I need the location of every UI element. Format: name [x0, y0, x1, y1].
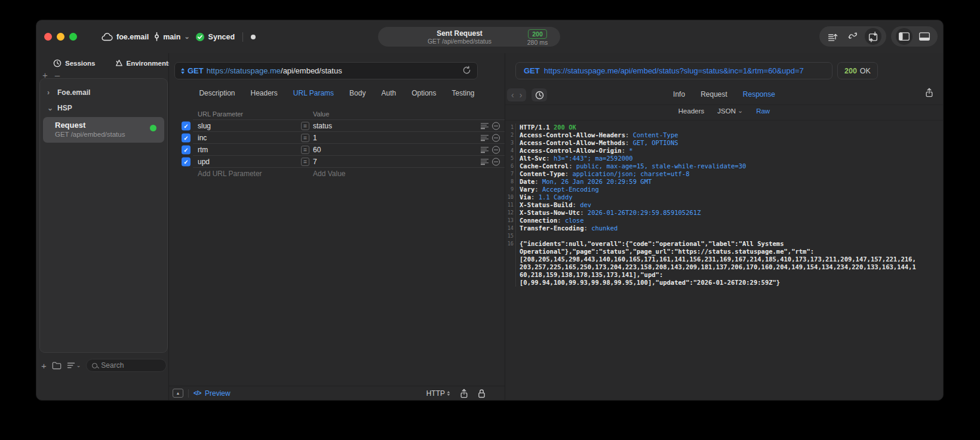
param-checkbox[interactable]: ✓ [182, 134, 191, 143]
branch-menu[interactable]: main ⌄ [154, 32, 189, 41]
request-status-capsule[interactable]: Sent Request GET /api/embed/status 200 2… [378, 27, 560, 47]
response-subtab-raw[interactable]: Raw [756, 107, 770, 115]
new-folder-icon[interactable] [52, 361, 62, 370]
show-console-button[interactable]: ▲ [173, 389, 183, 398]
zoom-window-button[interactable] [69, 33, 77, 41]
close-window-button[interactable] [44, 33, 52, 41]
line-text: Access-Control-Allow-Methods: GET, OPTIO… [515, 139, 678, 147]
tree-item-hsp[interactable]: ⌄ HSP [40, 100, 167, 116]
sidebar-search-field[interactable] [86, 359, 167, 372]
param-checkbox[interactable]: ✓ [182, 122, 191, 131]
request-tab-testing[interactable]: Testing [452, 89, 475, 97]
toggle-sidebar-button[interactable] [896, 28, 913, 45]
request-tab-body[interactable]: Body [349, 89, 365, 97]
sent-request-url-box[interactable]: GET https://statuspage.me/api/embed/stat… [515, 62, 832, 79]
param-row-inc[interactable]: ✓inc=1 [169, 132, 505, 144]
import-export-button[interactable] [865, 28, 881, 45]
param-name[interactable]: inc [198, 134, 207, 142]
sort-list-button[interactable] [824, 28, 841, 45]
response-line: 4Access-Control-Allow-Origin: * [505, 147, 943, 155]
equals-icon: = [301, 146, 309, 154]
request-tab-options[interactable]: Options [411, 89, 436, 97]
param-value[interactable]: 60 [313, 146, 321, 154]
request-tab-auth[interactable]: Auth [381, 89, 396, 97]
response-subtab-headers[interactable]: Headers [678, 107, 704, 115]
merge-changes-button[interactable] [844, 28, 861, 45]
param-name[interactable]: slug [198, 122, 211, 130]
traffic-lights [44, 33, 77, 41]
response-status-box: 200 OK [837, 62, 878, 79]
request-method[interactable]: GET [188, 66, 204, 75]
param-row-rtm[interactable]: ✓rtm=60 [169, 144, 505, 156]
row-options-icon[interactable] [481, 123, 489, 129]
minimize-window-button[interactable] [57, 33, 64, 41]
share-response-button[interactable] [925, 88, 933, 100]
line-number [505, 248, 514, 256]
line-text: Connection: close [515, 217, 583, 224]
header-key: Vary [520, 186, 534, 193]
add-value-label[interactable]: Add Value [313, 170, 346, 178]
tab-sessions[interactable]: Sessions [53, 59, 96, 67]
request-tab-url-params[interactable]: URL Params [293, 89, 334, 97]
share-icon [925, 88, 933, 97]
line-number: 9 [505, 186, 514, 193]
add-url-parameter-label[interactable]: Add URL Parameter [198, 170, 262, 178]
share-request-button[interactable] [460, 389, 468, 398]
add-request-button[interactable]: + [41, 361, 47, 371]
param-checkbox[interactable]: ✓ [182, 158, 191, 167]
param-row-slug[interactable]: ✓slug=status [169, 120, 505, 132]
row-options-icon[interactable] [481, 147, 489, 153]
param-checkbox[interactable]: ✓ [182, 146, 191, 155]
row-options-icon[interactable] [481, 159, 489, 165]
response-subtab-json[interactable]: JSON⌄ [717, 107, 743, 115]
remove-param-button[interactable] [492, 158, 500, 166]
remove-param-button[interactable] [492, 122, 500, 130]
resend-request-button[interactable] [462, 66, 471, 76]
method-selector-icon[interactable] [181, 68, 185, 74]
request-url-bar[interactable]: GET https://statuspage.me/api/embed/stat… [174, 62, 478, 79]
response-tab-info[interactable]: Info [673, 90, 685, 99]
remove-param-button[interactable] [492, 146, 500, 154]
response-tab-request[interactable]: Request [701, 90, 727, 99]
param-name[interactable]: rtm [198, 146, 208, 154]
sync-status[interactable]: Synced [195, 32, 235, 42]
header-value: 200 OK [554, 124, 576, 131]
preview-button[interactable]: </> Preview [193, 389, 231, 398]
response-tab-response[interactable]: Response [743, 90, 775, 99]
line-text: Alt-Svc: h3=":443"; ma=2592000 [515, 155, 633, 162]
project-menu[interactable]: foe.email [101, 33, 149, 41]
tab-environments[interactable]: Environments [115, 59, 173, 67]
column-header-parameter: URL Parameter [198, 110, 243, 118]
lines-up-arrow-icon [827, 30, 838, 42]
request-tab-headers[interactable]: Headers [250, 89, 277, 97]
remove-param-button[interactable] [492, 134, 500, 142]
response-line: 9Vary: Accept-Encoding [505, 186, 943, 193]
lock-button[interactable] [478, 389, 486, 398]
param-value[interactable]: 7 [313, 158, 317, 166]
header-value: Accept-Encoding [542, 186, 599, 193]
param-value[interactable]: status [313, 122, 332, 130]
response-line: 16{"incidents":null,"overall":{"code":"o… [505, 240, 943, 248]
param-name[interactable]: upd [198, 158, 210, 166]
request-url[interactable]: https://statuspage.me/api/embed/status [207, 66, 342, 75]
response-line: 1HTTP/1.1 200 OK [505, 124, 943, 131]
request-footer: ▲ </> Preview HTTP [169, 386, 505, 400]
param-value[interactable]: 1 [313, 134, 317, 142]
protocol-selector[interactable]: HTTP [426, 389, 450, 398]
response-raw-view[interactable]: 1HTTP/1.1 200 OK2Access-Control-Allow-He… [505, 121, 943, 400]
header-value: close [565, 217, 584, 224]
line-number: 5 [505, 155, 514, 162]
preview-label: Preview [205, 389, 231, 398]
toggle-bottom-panel-button[interactable] [916, 28, 933, 45]
row-options-icon[interactable] [481, 135, 489, 141]
header-value: Content-Type [633, 131, 678, 139]
sent-url: https://statuspage.me/api/embed/status?s… [544, 66, 804, 75]
list-view-options-button[interactable]: ⌄ [67, 362, 81, 369]
request-tab-description[interactable]: Description [199, 89, 235, 97]
request-list-item-selected[interactable]: Request GET /api/embed/status [43, 117, 164, 143]
branch-icon [154, 32, 159, 41]
param-row-upd[interactable]: ✓upd=7 [169, 156, 505, 168]
add-param-row[interactable]: Add URL Parameter Add Value [169, 168, 505, 180]
search-input[interactable] [101, 361, 161, 370]
tree-item-foe-email[interactable]: › Foe.email [40, 85, 167, 100]
